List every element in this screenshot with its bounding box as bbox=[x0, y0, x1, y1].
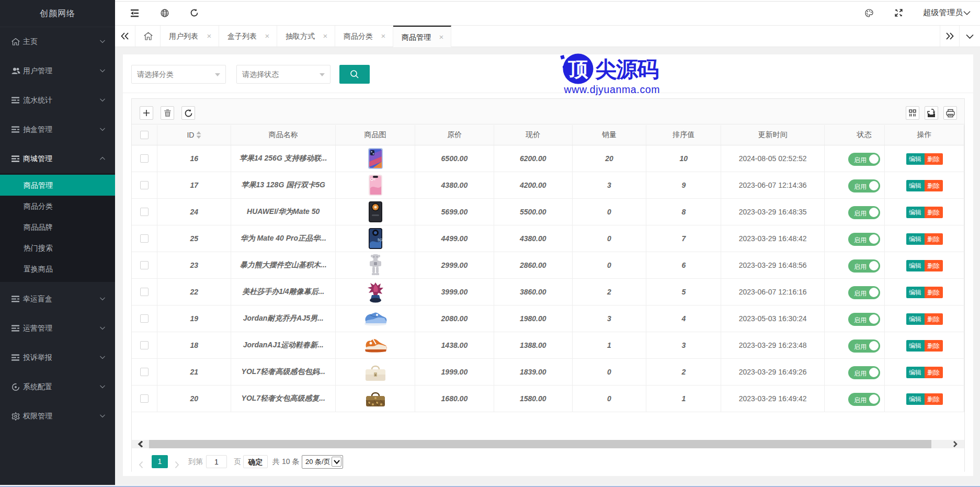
svg-text:5G: 5G bbox=[378, 238, 382, 242]
svg-text:尖源码: 尖源码 bbox=[595, 57, 659, 82]
svg-text:顶: 顶 bbox=[568, 58, 589, 80]
svg-text:www.djyuanma.com: www.djyuanma.com bbox=[564, 84, 660, 95]
